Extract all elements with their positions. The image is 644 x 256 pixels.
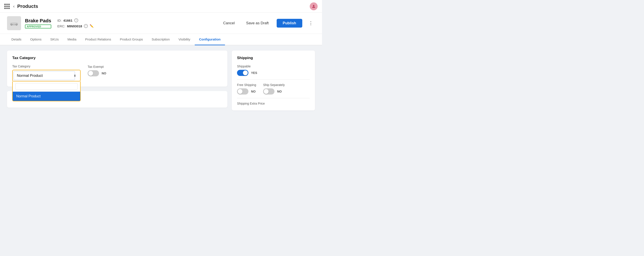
grid-icon[interactable]	[4, 4, 10, 9]
svg-point-0	[313, 5, 314, 6]
shipping-card: Shipping Shippable YES Free Shipp	[232, 50, 315, 110]
product-id-row: ID: 41661 ?	[58, 18, 94, 22]
shippable-row: Shippable YES	[237, 64, 310, 76]
erc-label: ERC:	[58, 24, 65, 28]
product-erc-row: ERC: MIN93018 ? ✏️	[58, 24, 94, 28]
shippable-toggle-container: YES	[237, 70, 257, 76]
ship-separately-field: Ship Separately NO	[263, 83, 285, 94]
dropdown-menu: Normal Product	[12, 81, 80, 101]
avatar[interactable]	[310, 2, 318, 10]
product-header: Brake Pads APPROVED ID: 41661 ? ERC: MIN…	[0, 13, 322, 34]
more-options-button[interactable]: ⋮	[307, 19, 315, 27]
dropdown-highlight-wrapper: Normal Product ⬍ Normal Product	[12, 70, 80, 81]
ship-separately-label: Ship Separately	[263, 83, 285, 87]
toggle-thumb-separate	[264, 89, 268, 94]
tab-product-relations[interactable]: Product Relations	[81, 34, 116, 45]
cancel-button[interactable]: Cancel	[220, 19, 238, 27]
product-info: Brake Pads APPROVED	[25, 18, 51, 28]
tax-exempt-state: NO	[102, 71, 106, 75]
ship-separately-toggle-container: NO	[263, 88, 285, 94]
tax-exempt-label: Tax Exempt	[88, 65, 106, 68]
tab-options[interactable]: Options	[26, 34, 46, 45]
dropdown-select-row: Normal Product ⬍	[14, 71, 79, 80]
publish-button[interactable]: Publish	[277, 19, 302, 27]
tax-exempt-toggle[interactable]	[88, 70, 99, 76]
erc-edit-icon[interactable]: ✏️	[90, 24, 94, 28]
product-thumbnail	[7, 16, 21, 30]
right-panel: Shipping Shippable YES Free Shipp	[232, 50, 315, 110]
tab-details[interactable]: Details	[7, 34, 26, 45]
page-title: Products	[17, 3, 38, 9]
svg-point-6	[16, 24, 17, 25]
top-nav: ‹ Products	[0, 0, 322, 13]
tax-exempt-toggle-container: NO	[88, 70, 106, 76]
left-panel: Tax Category Tax Category Normal Product	[7, 50, 227, 110]
shippable-state: YES	[251, 71, 257, 75]
svg-point-5	[11, 24, 12, 25]
product-meta: ID: 41661 ? ERC: MIN93018 ? ✏️	[58, 18, 94, 28]
dropdown-item-normal-product[interactable]: Normal Product	[13, 92, 80, 101]
dropdown-search-input[interactable]	[15, 83, 78, 90]
tab-subscription[interactable]: Subscription	[147, 34, 174, 45]
toggle-thumb-shippable	[243, 70, 248, 75]
free-shipping-label: Free Shipping	[237, 83, 256, 87]
tax-category-card: Tax Category Tax Category Normal Product	[7, 50, 227, 87]
erc-info-icon[interactable]: ?	[84, 24, 88, 28]
id-value: 41661	[63, 18, 72, 22]
tab-configuration[interactable]: Configuration	[195, 34, 225, 45]
free-shipping-toggle-container: NO	[237, 88, 256, 94]
toggle-thumb	[88, 71, 93, 76]
tab-product-groups[interactable]: Product Groups	[116, 34, 147, 45]
status-badge: APPROVED	[25, 24, 51, 28]
tax-category-field: Tax Category Normal Product ⬍	[12, 64, 80, 81]
tabs-bar: Details Options SKUs Media Product Relat…	[0, 34, 322, 45]
dropdown-container: Normal Product ⬍ Normal Product	[12, 70, 80, 81]
shippable-toggle[interactable]	[237, 70, 248, 76]
ship-separately-state: NO	[277, 90, 282, 93]
tax-exempt-field: Tax Exempt NO	[88, 65, 106, 76]
back-button[interactable]: ‹	[13, 4, 15, 9]
toggle-thumb-free	[238, 89, 242, 94]
dropdown-search-container	[13, 81, 80, 92]
shippable-label: Shippable	[237, 64, 257, 68]
erc-value: MIN93018	[67, 24, 82, 28]
id-info-icon[interactable]: ?	[74, 18, 78, 22]
free-shipping-field: Free Shipping NO	[237, 83, 256, 94]
tax-category-select[interactable]: Normal Product	[14, 71, 75, 80]
tax-category-form: Tax Category Normal Product ⬍	[12, 64, 222, 81]
ship-separately-toggle[interactable]	[263, 88, 274, 94]
shipping-title: Shipping	[237, 56, 310, 60]
tab-media[interactable]: Media	[63, 34, 81, 45]
tab-skus[interactable]: SKUs	[46, 34, 63, 45]
tax-category-title: Tax Category	[12, 56, 222, 60]
save-draft-button[interactable]: Save as Draft	[243, 19, 272, 27]
shipping-extra-price-label: Shipping Extra Price	[237, 102, 310, 105]
shipping-divider	[237, 79, 310, 80]
tab-visibility[interactable]: Visibility	[174, 34, 195, 45]
shipping-extra-divider	[237, 98, 310, 98]
select-wrapper: Normal Product ⬍	[14, 71, 79, 80]
tax-category-field-label: Tax Category	[12, 64, 80, 68]
product-name: Brake Pads	[25, 18, 51, 24]
header-actions: Cancel Save as Draft Publish ⋮	[220, 19, 315, 27]
main-content: Tax Category Tax Category Normal Product	[0, 45, 322, 116]
shippable-field: Shippable YES	[237, 64, 257, 76]
free-shipping-state: NO	[251, 90, 256, 93]
shipping-sub-section: Free Shipping NO Ship Separately	[237, 83, 310, 94]
free-shipping-toggle[interactable]	[237, 88, 248, 94]
id-label: ID:	[58, 18, 62, 22]
